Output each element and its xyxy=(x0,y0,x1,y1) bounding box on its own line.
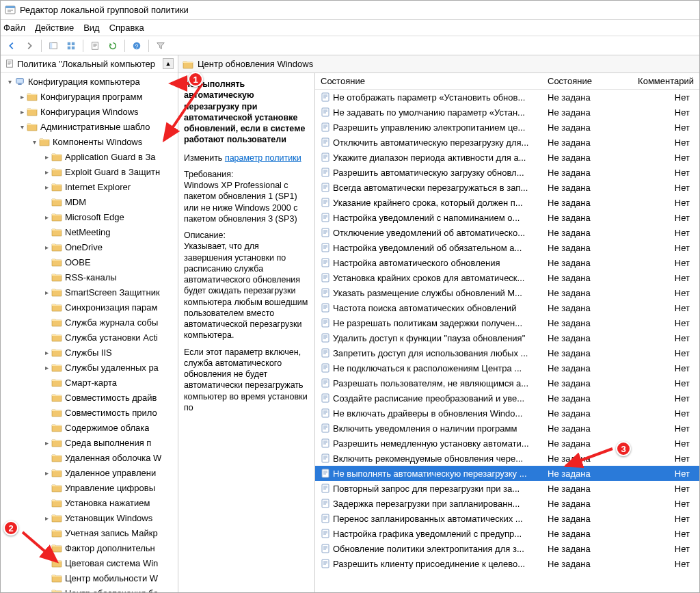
tree-item[interactable]: Смарт-карта xyxy=(1,375,178,390)
tree-item[interactable]: Синхронизация парам xyxy=(1,300,178,315)
tree-item[interactable]: ▾Административные шабло xyxy=(1,119,178,134)
chevron-right-icon[interactable]: ▸ xyxy=(42,364,51,371)
policy-row[interactable]: Создайте расписание преобразований и уве… xyxy=(315,391,699,406)
policy-row[interactable]: Разрешить автоматическую загрузку обновл… xyxy=(315,165,699,180)
tree-item[interactable]: ▸Установщик Windows xyxy=(1,510,178,525)
policy-row[interactable]: Всегда автоматически перезагружаться в з… xyxy=(315,180,699,195)
chevron-right-icon[interactable]: ▸ xyxy=(42,243,51,251)
policy-row[interactable]: Обновление политики электропитания для з… xyxy=(315,541,699,556)
chevron-right-icon[interactable]: ▸ xyxy=(42,289,51,296)
tree-item[interactable]: ▾Конфигурация компьютера xyxy=(1,74,178,89)
tree-item[interactable]: Установка нажатием xyxy=(1,495,178,510)
policy-row[interactable]: Установка крайних сроков для автоматичес… xyxy=(315,270,699,285)
tree-item[interactable]: ▸Internet Explorer xyxy=(1,179,178,194)
policy-row[interactable]: Включить рекомендуемые обновления чере..… xyxy=(315,451,699,466)
policy-row[interactable]: Не задавать по умолчанию параметр «Устан… xyxy=(315,105,699,120)
tree-item[interactable]: ▸SmartScreen Защитник xyxy=(1,285,178,300)
policy-row[interactable]: Настройка уведомлений об обязательном а.… xyxy=(315,240,699,255)
tree-item[interactable]: Фактор дополнительн xyxy=(1,540,178,555)
tree-item[interactable]: ▸Конфигурация программ xyxy=(1,89,178,104)
chevron-right-icon[interactable]: ▸ xyxy=(42,168,51,176)
tree-item[interactable]: ▸Microsoft Edge xyxy=(1,209,178,224)
tree-item[interactable]: ▸Application Guard в За xyxy=(1,149,178,164)
tree-item[interactable]: ▸OneDrive xyxy=(1,239,178,254)
policy-row[interactable]: Запретить доступ для использования любых… xyxy=(315,345,699,360)
view-options-button[interactable] xyxy=(63,38,79,53)
policy-row[interactable]: Настройка графика уведомлений с предупр.… xyxy=(315,526,699,541)
tree-item[interactable]: Удаленная оболочка W xyxy=(1,450,178,465)
policy-row[interactable]: Разрешать пользователям, не являющимся а… xyxy=(315,375,699,391)
tree-item[interactable]: ▸Среда выполнения п xyxy=(1,435,178,450)
tree-item[interactable]: ▾Компоненты Windows xyxy=(1,134,178,149)
policy-row[interactable]: Разрешить клиенту присоединение к целево… xyxy=(315,556,699,571)
col-state[interactable]: Состояние xyxy=(542,73,617,89)
tree-item[interactable]: Совместимость драйв xyxy=(1,390,178,405)
policy-row[interactable]: Не подключаться к расположениям Центра .… xyxy=(315,360,699,375)
chevron-right-icon[interactable]: ▸ xyxy=(42,349,51,356)
policy-row[interactable]: Не включать драйверы в обновления Windo.… xyxy=(315,406,699,421)
tree-item[interactable]: Учетная запись Майкр xyxy=(1,525,178,540)
tree-item[interactable]: Центр обеспечения бе xyxy=(1,585,178,592)
policy-list[interactable]: Не отображать параметр «Установить обнов… xyxy=(315,90,699,592)
tree-item[interactable]: Центр мобильности W xyxy=(1,570,178,585)
policy-row[interactable]: Разрешить управлению электропитанием це.… xyxy=(315,120,699,135)
tree-item[interactable]: Служба установки Acti xyxy=(1,330,178,345)
refresh-button[interactable] xyxy=(105,38,121,53)
policy-row[interactable]: Указание крайнего срока, который должен … xyxy=(315,195,699,210)
tree-item[interactable]: ▸Службы удаленных ра xyxy=(1,360,178,375)
menu-action[interactable]: Действие xyxy=(35,23,74,33)
chevron-right-icon[interactable]: ▸ xyxy=(42,514,51,522)
tree-item[interactable]: MDM xyxy=(1,194,178,209)
show-panes-button[interactable] xyxy=(45,38,62,53)
chevron-right-icon[interactable]: ▸ xyxy=(42,213,51,221)
policy-row[interactable]: Перенос запланированных автоматических .… xyxy=(315,511,699,526)
chevron-right-icon[interactable]: ▸ xyxy=(42,439,51,447)
filter-button[interactable] xyxy=(152,38,169,53)
policy-row[interactable]: Разрешить немедленную установку автомати… xyxy=(315,436,699,451)
forward-button[interactable] xyxy=(21,38,38,53)
chevron-right-icon[interactable]: ▸ xyxy=(42,183,51,191)
tree-scroll-up[interactable]: ▲ xyxy=(163,58,174,69)
tree-item[interactable]: NetMeeting xyxy=(1,224,178,239)
navigation-tree[interactable]: ▾Конфигурация компьютера▸Конфигурация пр… xyxy=(1,73,178,592)
chevron-right-icon[interactable]: ▸ xyxy=(17,93,27,101)
back-button[interactable] xyxy=(3,38,20,53)
policy-row[interactable]: Отключить автоматическую перезагрузку дл… xyxy=(315,135,699,150)
tree-item[interactable]: Управление цифровы xyxy=(1,480,178,495)
tree-item[interactable]: ▸Конфигурация Windows xyxy=(1,104,178,119)
edit-policy-link[interactable]: параметр политики xyxy=(225,153,301,163)
export-button[interactable] xyxy=(87,38,103,53)
policy-row[interactable]: Удалить доступ к функции "пауза обновлен… xyxy=(315,330,699,345)
policy-row[interactable]: Указать размещение службы обновлений М..… xyxy=(315,285,699,300)
policy-row[interactable]: Не разрешать политикам задержки получен.… xyxy=(315,315,699,330)
menu-help[interactable]: Справка xyxy=(109,23,144,33)
help-button[interactable] xyxy=(129,38,145,53)
tree-item[interactable]: ▸Службы IIS xyxy=(1,345,178,360)
tree-item[interactable]: Содержимое облака xyxy=(1,420,178,435)
tree-item[interactable]: ▸Exploit Guard в Защитн xyxy=(1,164,178,179)
policy-row[interactable]: Частота поиска автоматических обновлений… xyxy=(315,300,699,315)
tree-item[interactable]: Цветовая система Win xyxy=(1,555,178,570)
policy-row[interactable]: Отключение уведомлений об автоматическо.… xyxy=(315,225,699,240)
tree-item[interactable]: Служба журнала собы xyxy=(1,315,178,330)
tree-item[interactable]: Совместимость прило xyxy=(1,405,178,420)
chevron-right-icon[interactable]: ▸ xyxy=(42,153,51,161)
policy-row[interactable]: Укажите диапазон периода активности для … xyxy=(315,150,699,165)
chevron-down-icon[interactable]: ▾ xyxy=(17,123,27,131)
policy-row[interactable]: Настройка автоматического обновленияНе з… xyxy=(315,255,699,270)
chevron-down-icon[interactable]: ▾ xyxy=(5,78,14,85)
tree-item[interactable]: ▸Удаленное управлени xyxy=(1,465,178,480)
policy-row[interactable]: Включить уведомления о наличии программН… xyxy=(315,421,699,436)
chevron-down-icon[interactable]: ▾ xyxy=(29,138,39,146)
policy-row[interactable]: Не отображать параметр «Установить обнов… xyxy=(315,90,699,105)
tree-item[interactable]: RSS-каналы xyxy=(1,269,178,285)
col-setting[interactable]: Состояние xyxy=(315,73,542,89)
tree-item[interactable]: OOBE xyxy=(1,254,178,269)
policy-row[interactable]: Настройка уведомлений с напоминанием о..… xyxy=(315,210,699,225)
menu-file[interactable]: Файл xyxy=(3,23,25,33)
chevron-right-icon[interactable]: ▸ xyxy=(42,469,51,477)
chevron-right-icon[interactable]: ▸ xyxy=(17,108,27,116)
menu-view[interactable]: Вид xyxy=(83,23,100,33)
policy-row[interactable]: Задержка перезагрузки при запланированн.… xyxy=(315,496,699,511)
col-comment[interactable]: Комментарий xyxy=(617,73,699,89)
